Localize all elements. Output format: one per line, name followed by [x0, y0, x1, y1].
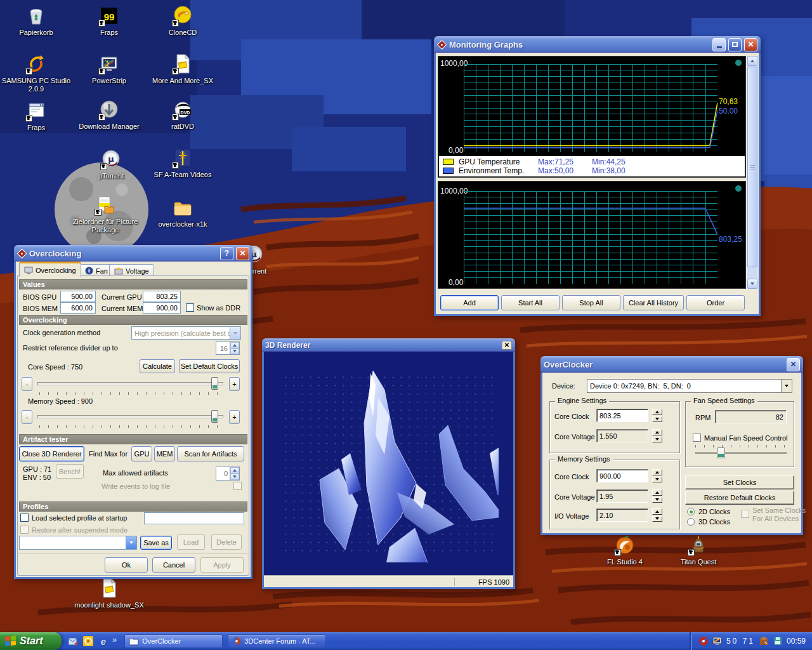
- desktop-icon-moonlight-shadow[interactable]: moonlight shadow_SX: [71, 578, 147, 609]
- current-mem-field[interactable]: 900,00: [143, 302, 181, 314]
- start-button[interactable]: Start: [0, 632, 62, 650]
- save-as-button[interactable]: Save as: [140, 536, 172, 550]
- close-button[interactable]: ✕: [502, 341, 512, 350]
- delete-button[interactable]: Delete: [211, 534, 242, 550]
- io-voltage-field[interactable]: 2.10: [596, 508, 648, 522]
- taskbar-task-3dcenter[interactable]: 3DCenter Forum - AT...: [228, 634, 326, 648]
- spin-up[interactable]: [230, 467, 239, 474]
- tab-voltage[interactable]: Voltage: [109, 264, 154, 277]
- core-speed-plus-button[interactable]: +: [229, 377, 240, 391]
- core-speed-minus-button[interactable]: -: [22, 377, 32, 391]
- fan-slider-thumb[interactable]: [717, 448, 725, 458]
- desktop-icon-download-manager[interactable]: Download Manager: [71, 99, 147, 131]
- tray-clock[interactable]: 00:59: [787, 637, 806, 646]
- load-button[interactable]: Load: [177, 534, 205, 550]
- memory-speed-plus-button[interactable]: +: [229, 410, 240, 424]
- tray-powerstrip-icon[interactable]: [712, 636, 723, 646]
- divider-spinner[interactable]: 16: [216, 342, 240, 355]
- quicklaunch-mail-icon[interactable]: [67, 635, 79, 647]
- memory-speed-slider-thumb[interactable]: [211, 410, 218, 423]
- help-button[interactable]: ?: [220, 247, 233, 260]
- memory-core-clock-field[interactable]: 900.00: [596, 469, 648, 482]
- tab-fan[interactable]: Fan: [80, 264, 113, 277]
- bios-mem-field[interactable]: 600,00: [60, 302, 96, 314]
- scan-for-artifacts-button[interactable]: Scan for Artifacts: [177, 446, 244, 461]
- desktop-icon-samsung-pc-studio[interactable]: SAMSUNG PC Studio 2.0.9: [0, 53, 74, 93]
- scroll-thumb[interactable]: [747, 67, 757, 267]
- cancel-button[interactable]: Cancel: [152, 557, 195, 573]
- 3d-clocks-radio[interactable]: [687, 518, 695, 526]
- monitoring-titlebar[interactable]: Monitoring Graphs ✕: [434, 36, 761, 53]
- spin-down[interactable]: [230, 474, 239, 480]
- core-speed-slider-thumb[interactable]: [211, 377, 218, 390]
- io-voltage-spinner[interactable]: [652, 508, 662, 522]
- desktop-icon-fl-studio-4[interactable]: FL Studio 4: [587, 534, 663, 566]
- quicklaunch-ie-icon[interactable]: e: [97, 635, 110, 647]
- engine-core-clock-field[interactable]: 803.25: [596, 409, 648, 422]
- graphs-scrollbar[interactable]: [747, 56, 757, 289]
- bench-button[interactable]: Bench!: [56, 464, 84, 479]
- close-button[interactable]: ✕: [236, 247, 249, 260]
- overclocking-titlebar[interactable]: Overclocking ? ✕: [14, 245, 252, 262]
- renderer-titlebar[interactable]: 3D Renderer ✕: [262, 338, 515, 352]
- tray-ati-icon[interactable]: [698, 636, 709, 646]
- quicklaunch-media-icon[interactable]: [82, 635, 95, 647]
- bios-gpu-field[interactable]: 500,00: [60, 291, 96, 302]
- memory-core-voltage-spinner[interactable]: [652, 489, 662, 503]
- desktop-icon-more-and-more[interactable]: More And More_SX: [145, 53, 221, 85]
- apply-button[interactable]: Apply: [200, 557, 244, 573]
- engine-core-voltage-spinner[interactable]: [652, 429, 662, 442]
- memory-speed-minus-button[interactable]: -: [22, 410, 32, 424]
- desktop-icon-powerstrip[interactable]: PowerStrip: [71, 53, 147, 85]
- add-button[interactable]: Add: [440, 295, 499, 310]
- desktop-icon-fraps-counter[interactable]: 99 Fraps: [71, 5, 147, 37]
- tray-package-icon[interactable]: [759, 636, 769, 646]
- minimize-button[interactable]: [712, 38, 726, 51]
- desktop-icon-ratdvd[interactable]: DVD ratDVD: [145, 99, 221, 131]
- desktop-icon-titan-quest[interactable]: Titan Quest: [660, 534, 737, 566]
- max-artifacts-spinner[interactable]: 0: [216, 467, 240, 481]
- quicklaunch-chevron[interactable]: »: [112, 635, 117, 644]
- current-gpu-field[interactable]: 803,25: [143, 291, 181, 302]
- close-button[interactable]: ✕: [744, 38, 757, 51]
- desktop-icon-fraps[interactable]: Fraps: [0, 100, 74, 132]
- tab-overclocking[interactable]: Overclocking: [19, 262, 81, 277]
- memory-core-voltage-field[interactable]: 1.95: [596, 489, 648, 503]
- device-select[interactable]: Device 0: 0x7249, BN: 5, DN: 0: [587, 379, 792, 393]
- profile-name-input[interactable]: [144, 512, 244, 524]
- memory-core-clock-spinner[interactable]: [652, 469, 662, 482]
- scroll-down-button[interactable]: [747, 279, 757, 289]
- desktop-icon-papierkorb[interactable]: Papierkorb: [0, 5, 74, 37]
- tray-floppy-icon[interactable]: [773, 636, 783, 646]
- start-all-button[interactable]: Start All: [501, 295, 560, 310]
- spin-down[interactable]: [230, 348, 239, 355]
- clock-method-combo[interactable]: High precision (calculate best di: [131, 326, 241, 340]
- set-clocks-button[interactable]: Set Clocks: [685, 475, 794, 489]
- fan-speed-slider[interactable]: [695, 452, 787, 454]
- find-max-gpu-button[interactable]: GPU: [131, 446, 152, 461]
- engine-core-clock-spinner[interactable]: [652, 409, 662, 422]
- memory-speed-slider[interactable]: [37, 415, 223, 418]
- close-3d-renderer-button[interactable]: Close 3D Renderer: [19, 446, 84, 461]
- set-default-clocks-button[interactable]: Set Default Clocks: [179, 359, 240, 373]
- same-clocks-checkbox[interactable]: [741, 510, 749, 518]
- order-button[interactable]: Order: [686, 295, 745, 310]
- stop-all-button[interactable]: Stop All: [562, 295, 620, 310]
- desktop-icon-overclocker-x1k[interactable]: overclocker-x1k: [145, 197, 221, 229]
- ok-button[interactable]: Ok: [105, 557, 148, 573]
- profile-select[interactable]: [19, 536, 137, 550]
- core-speed-slider[interactable]: [37, 382, 223, 385]
- 2d-clocks-radio[interactable]: [687, 508, 695, 515]
- desktop-icon-utorrent[interactable]: µ µTorrent: [73, 149, 149, 180]
- desktop-icon-clonecd[interactable]: CloneCD: [145, 5, 221, 37]
- show-as-ddr-checkbox[interactable]: [186, 303, 194, 312]
- restore-suspended-checkbox[interactable]: [20, 526, 29, 534]
- write-log-checkbox[interactable]: [233, 482, 242, 490]
- manual-fan-checkbox[interactable]: [693, 434, 701, 442]
- spin-up[interactable]: [230, 342, 239, 348]
- overclocker-titlebar[interactable]: OverClocker ✕: [540, 356, 803, 373]
- calculate-button[interactable]: Calculate: [140, 359, 175, 373]
- load-profile-checkbox[interactable]: [20, 514, 29, 522]
- find-max-mem-button[interactable]: MEM: [154, 446, 175, 461]
- desktop-icon-sf-a-team-videos[interactable]: SF A-Team Videos: [145, 147, 221, 179]
